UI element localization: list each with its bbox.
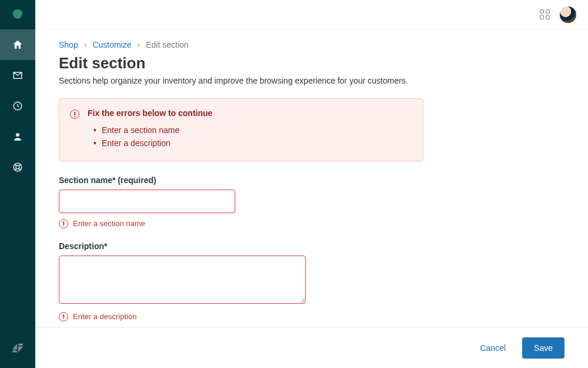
sidebar-item-mail[interactable] [0,60,35,91]
page-subtitle: Sections help organize your inventory an… [59,76,564,85]
alert-title: Fix the errors below to continue [88,108,212,118]
sidebar-item-home[interactable] [0,29,35,60]
section-name-error-text: Enter a section name [73,219,145,228]
description-error-text: Enter a description [73,312,136,321]
sidebar-item-user[interactable] [0,121,35,152]
brand-logo-icon [11,8,25,22]
section-name-input[interactable] [59,190,235,213]
clock-icon [12,101,23,111]
page-title: Edit section [59,54,564,72]
section-name-error: Enter a section name [59,219,564,228]
sidebar-item-help[interactable] [0,152,35,183]
field-section-name: Section name* (required) Enter a section… [59,175,564,228]
sidebar-item-zendesk[interactable] [0,336,35,360]
main-column: Shop › Customize › Edit section Edit sec… [35,0,588,368]
avatar[interactable] [560,6,576,23]
description-label: Description* [59,241,564,251]
sidebar [0,0,35,368]
section-name-label: Section name* (required) [59,175,564,185]
content-area: Shop › Customize › Edit section Edit sec… [35,29,588,327]
alert-icon [59,219,68,228]
chevron-right-icon: › [84,40,87,49]
user-icon [12,131,23,142]
breadcrumb-current: Edit section [146,40,188,49]
cancel-button[interactable]: Cancel [477,339,508,357]
alert-body: Fix the errors below to continue Enter a… [88,108,212,150]
description-input[interactable] [59,256,306,304]
mail-icon [12,70,23,81]
footer-actions: Cancel Save [35,327,588,368]
sidebar-item-clock[interactable] [0,91,35,121]
description-error: Enter a description [59,312,564,321]
field-description: Description* Enter a description [59,241,564,321]
alert-icon [70,110,79,119]
sidebar-nav [0,29,35,183]
alert-error-list: Enter a section name Enter a description [88,124,212,150]
chevron-right-icon: › [138,40,141,49]
home-icon [12,39,24,51]
app-switcher-icon[interactable] [540,9,550,20]
svg-point-3 [16,165,19,169]
breadcrumb: Shop › Customize › Edit section [59,40,564,49]
svg-point-1 [16,133,19,137]
sidebar-bottom [0,336,35,368]
save-button[interactable]: Save [522,337,564,359]
alert-icon [59,312,68,321]
alert-error-item: Enter a section name [93,124,212,137]
app-logo [0,0,35,29]
zendesk-icon [11,342,24,354]
lifebuoy-icon [12,162,23,173]
error-alert: Fix the errors below to continue Enter a… [59,98,423,161]
alert-error-item: Enter a description [93,137,212,150]
topbar [35,0,588,29]
breadcrumb-link-shop[interactable]: Shop [59,40,78,49]
breadcrumb-link-customize[interactable]: Customize [92,40,131,49]
